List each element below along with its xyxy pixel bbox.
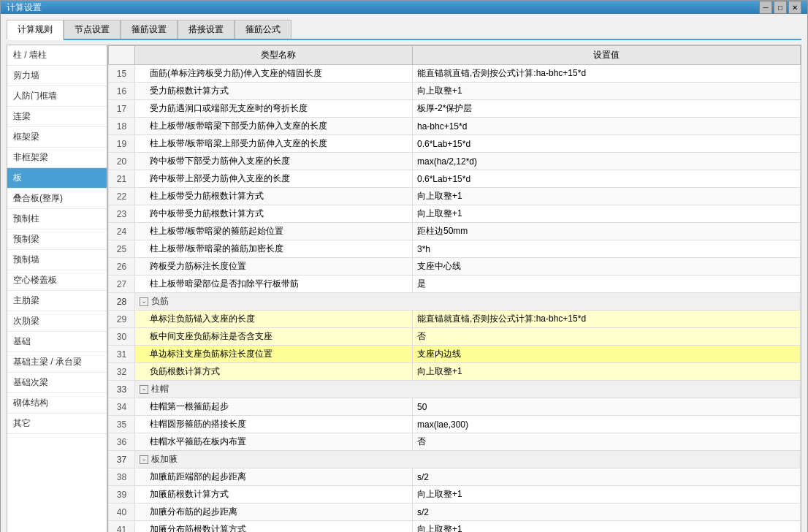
table-row[interactable]: 16受力筋根数计算方式向上取整+1 [109,83,801,100]
sidebar-item-5[interactable]: 非框架梁 [7,148,107,168]
table-row[interactable]: 32负筋根数计算方式向上取整+1 [109,363,801,381]
table-row[interactable]: 29单标注负筋锚入支座的长度能直锚就直锚,否则按公式计算:ha-bhc+15*d [109,311,801,328]
row-value[interactable]: 能直锚就直锚,否则按公式计算:ha-bhc+15*d [413,311,801,328]
row-name: 面筋(单标注跨板受力筋)伸入支座的锚固长度 [135,65,413,83]
row-value[interactable]: 支座内边线 [413,346,801,363]
sidebar-item-1[interactable]: 剪力墙 [7,66,107,86]
sidebar-item-2[interactable]: 人防门框墙 [7,86,107,107]
table-row[interactable]: 22柱上板带受力筋根数计算方式向上取整+1 [109,188,801,205]
row-value[interactable]: s/2 [413,468,801,486]
sidebar-item-12[interactable]: 主肋梁 [7,291,107,311]
row-value[interactable]: ha-bhc+15*d [413,118,801,135]
sidebar-item-4[interactable]: 框架梁 [7,127,107,148]
row-value[interactable]: 向上取整+1 [413,188,801,205]
table-row[interactable]: 21跨中板带上部受力筋伸入支座的长度0.6*Lab+15*d [109,170,801,188]
tab-2[interactable]: 箍筋设置 [121,20,178,39]
close-button[interactable]: ✕ [788,1,801,14]
row-value[interactable]: 支座中心线 [413,258,801,276]
table-row[interactable]: 40加腋分布筋的起步距离s/2 [109,503,801,521]
minimize-button[interactable]: ─ [759,1,772,14]
collapse-icon[interactable]: - [140,297,148,306]
row-number: 24 [109,223,135,240]
tab-4[interactable]: 箍筋公式 [235,20,291,39]
row-value[interactable]: 向上取整+1 [413,205,801,223]
sidebar-item-18[interactable]: 其它 [7,414,107,434]
sidebar-item-7[interactable]: 叠合板(整厚) [7,189,107,209]
table-row[interactable]: 30板中间支座负筋标注是否含支座否 [109,328,801,346]
row-value[interactable]: max(ha/2,12*d) [413,153,801,170]
row-value[interactable]: max(lae,300) [413,416,801,433]
sidebar-item-6[interactable]: 板 [7,168,107,189]
row-value[interactable]: 向上取整+1 [413,363,801,381]
row-value[interactable]: 板厚-2*保护层 [413,100,801,118]
row-value[interactable]: 3*h [413,240,801,258]
table-row[interactable]: 25柱上板带/板带暗梁的箍筋加密长度3*h [109,240,801,258]
sidebar-item-8[interactable]: 预制柱 [7,209,107,229]
table-row[interactable]: 23跨中板带受力筋根数计算方式向上取整+1 [109,205,801,223]
sidebar-item-3[interactable]: 连梁 [7,107,107,127]
row-number: 37 [109,451,135,468]
table-row: 37-板加腋 [109,451,801,468]
row-number: 38 [109,468,135,486]
row-number: 36 [109,433,135,451]
row-value[interactable]: 0.6*Lab+15*d [413,170,801,188]
row-number: 15 [109,65,135,83]
row-value[interactable]: 向上取整+1 [413,486,801,503]
tab-3[interactable]: 搭接设置 [178,20,235,39]
row-number: 35 [109,416,135,433]
table-row[interactable]: 39加腋筋根数计算方式向上取整+1 [109,486,801,503]
sidebar: 柱 / 墙柱剪力墙人防门框墙连梁框架梁非框架梁板叠合板(整厚)预制柱预制梁预制墙… [7,45,107,532]
table-row[interactable]: 24柱上板带/板带暗梁的箍筋起始位置距柱边50mm [109,223,801,240]
row-name: 柱上板带受力筋根数计算方式 [135,188,413,205]
sidebar-item-0[interactable]: 柱 / 墙柱 [7,45,107,66]
table-row[interactable]: 20跨中板带下部受力筋伸入支座的长度max(ha/2,12*d) [109,153,801,170]
row-name: 柱上板带/板带暗梁的箍筋起始位置 [135,223,413,240]
sidebar-item-16[interactable]: 基础次梁 [7,373,107,393]
maximize-button[interactable]: □ [774,1,787,14]
sidebar-item-14[interactable]: 基础 [7,332,107,352]
sidebar-item-10[interactable]: 预制墙 [7,250,107,270]
table-row[interactable]: 18柱上板带/板带暗梁下部受力筋伸入支座的长度ha-bhc+15*d [109,118,801,135]
row-value[interactable]: 0.6*Lab+15*d [413,135,801,153]
collapse-icon[interactable]: - [140,455,148,464]
main-area: 柱 / 墙柱剪力墙人防门框墙连梁框架梁非框架梁板叠合板(整厚)预制柱预制梁预制墙… [7,45,801,532]
table-row[interactable]: 19柱上板带/板带暗梁上部受力筋伸入支座的长度0.6*Lab+15*d [109,135,801,153]
sidebar-item-17[interactable]: 砌体结构 [7,393,107,414]
table-row[interactable]: 15面筋(单标注跨板受力筋)伸入支座的锚固长度能直锚就直锚,否则按公式计算:ha… [109,65,801,83]
sidebar-item-13[interactable]: 次肋梁 [7,311,107,332]
row-value[interactable]: 否 [413,433,801,451]
row-value[interactable]: s/2 [413,503,801,521]
table-row[interactable]: 34柱帽第一根箍筋起步50 [109,398,801,416]
table-row[interactable]: 35柱帽圆形箍筋的搭接长度max(lae,300) [109,416,801,433]
row-number: 33 [109,381,135,398]
sidebar-item-11[interactable]: 空心楼盖板 [7,270,107,291]
table-row[interactable]: 27柱上板带暗梁部位是否扣除平行板带筋是 [109,276,801,293]
table-row[interactable]: 26跨板受力筋标注长度位置支座中心线 [109,258,801,276]
row-value[interactable]: 能直锚就直锚,否则按公式计算:ha-bhc+15*d [413,65,801,83]
table-row[interactable]: 41加腋分布筋根数计算方式向上取整+1 [109,521,801,533]
row-number: 19 [109,135,135,153]
row-value[interactable]: 否 [413,328,801,346]
sidebar-item-15[interactable]: 基础主梁 / 承台梁 [7,352,107,373]
sidebar-item-9[interactable]: 预制梁 [7,229,107,250]
tab-0[interactable]: 计算规则 [7,20,64,40]
row-number: 27 [109,276,135,293]
table-row[interactable]: 38加腋筋距端部的起步距离s/2 [109,468,801,486]
main-window: 计算设置 ─ □ ✕ 计算规则节点设置箍筋设置搭接设置箍筋公式 柱 / 墙柱剪力… [0,0,808,532]
row-value[interactable]: 距柱边50mm [413,223,801,240]
row-value[interactable]: 50 [413,398,801,416]
collapse-icon[interactable]: - [140,385,148,394]
tab-1[interactable]: 节点设置 [64,20,121,39]
row-name: -柱帽 [135,381,801,398]
row-name: 板中间支座负筋标注是否含支座 [135,328,413,346]
table-row[interactable]: 36柱帽水平箍筋在板内布置否 [109,433,801,451]
row-number: 16 [109,83,135,100]
row-number: 23 [109,205,135,223]
table-row[interactable]: 17受力筋遇洞口或端部无支座时的弯折长度板厚-2*保护层 [109,100,801,118]
table-row[interactable]: 31单边标注支座负筋标注长度位置支座内边线 [109,346,801,363]
row-value[interactable]: 是 [413,276,801,293]
row-value[interactable]: 向上取整+1 [413,83,801,100]
row-value[interactable]: 向上取整+1 [413,521,801,533]
window-controls: ─ □ ✕ [759,1,801,14]
row-name: 柱帽第一根箍筋起步 [135,398,413,416]
